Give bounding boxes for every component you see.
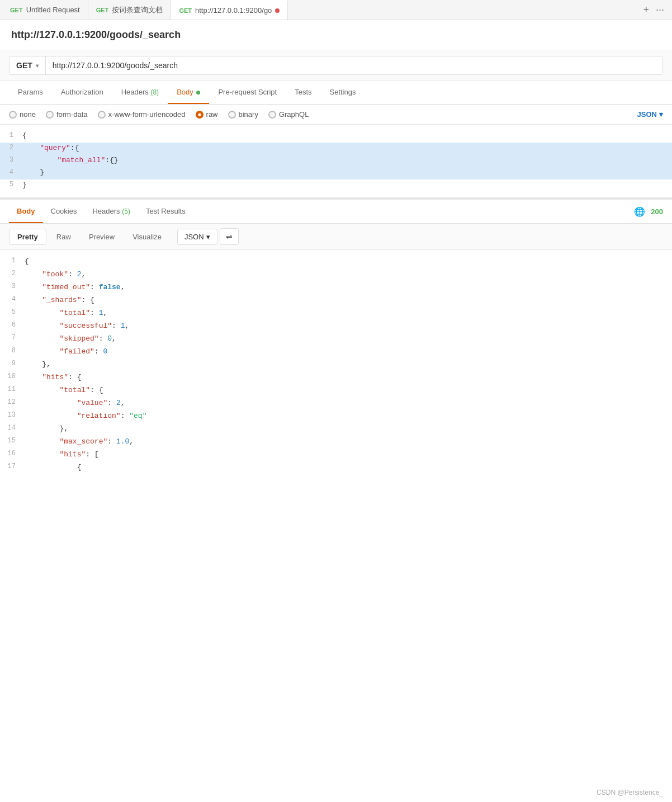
wrap-icon: ⇌ — [226, 232, 233, 241]
resp-tab-body[interactable]: Body — [9, 200, 43, 223]
add-tab-button[interactable]: + — [643, 4, 649, 16]
json-format-select[interactable]: JSON ▾ — [637, 110, 663, 119]
resp-line-11: 11 "total": { — [0, 384, 672, 397]
resp-line-17: 17 { — [0, 461, 672, 474]
tab-search-by-term[interactable]: GET 按词条查询文档 — [88, 0, 172, 20]
json-format-chevron-icon: ▾ — [659, 110, 663, 119]
resp-code-10: "hits": { — [25, 371, 672, 384]
resp-line-6: 6 "successful": 1, — [0, 320, 672, 333]
request-body-editor[interactable]: 1 { 2 "query":{ 3 "match_all":{} 4 } 5 } — [0, 125, 672, 198]
method-select[interactable]: GET ▾ — [9, 56, 45, 75]
auth-label: Authorization — [61, 88, 103, 96]
req-line-2: 2 "query":{ — [0, 143, 672, 155]
preview-label: Preview — [89, 233, 115, 241]
radio-graphql-icon — [268, 111, 276, 119]
headers-label: Headers — [121, 88, 149, 96]
body-type-row: none form-data x-www-form-urlencoded raw… — [0, 105, 672, 125]
resp-line-16: 16 "hits": [ — [0, 449, 672, 461]
resp-line-10: 10 "hits": { — [0, 371, 672, 384]
resp-line-1: 1{ — [0, 256, 672, 268]
format-preview[interactable]: Preview — [81, 229, 122, 244]
radio-formdata-icon — [46, 111, 54, 119]
tab-authorization[interactable]: Authorization — [52, 81, 112, 104]
resp-headers-badge: (5) — [122, 207, 130, 215]
req-linenum-1: 1 — [0, 130, 22, 141]
body-type-raw[interactable]: raw — [196, 110, 218, 119]
resp-linenum-14: 14 — [0, 423, 25, 436]
tab-active-request[interactable]: GET http://127.0.0.1:9200/go — [171, 0, 288, 20]
body-type-urlencoded-label: x-www-form-urlencoded — [108, 110, 186, 119]
resp-linenum-13: 13 — [0, 410, 25, 423]
format-raw[interactable]: Raw — [49, 229, 79, 244]
body-type-binary[interactable]: binary — [228, 110, 258, 119]
wrap-lines-button[interactable]: ⇌ — [220, 228, 239, 245]
req-line-3: 3 "match_all":{} — [0, 155, 672, 167]
req-code-4: } — [22, 167, 672, 179]
body-type-form-data[interactable]: form-data — [46, 110, 88, 119]
response-body: 1{2 "took": 2,3 "timed_out": false,4 "_s… — [0, 250, 672, 480]
resp-line-5: 5 "total": 1, — [0, 307, 672, 320]
resp-linenum-8: 8 — [0, 346, 25, 358]
resp-code-14: }, — [25, 423, 672, 436]
req-code-1: { — [22, 130, 672, 142]
resp-line-9: 9 }, — [0, 358, 672, 371]
resp-json-chevron-icon: ▾ — [206, 233, 210, 241]
req-line-4: 4 } — [0, 167, 672, 180]
resp-linenum-3: 3 — [0, 281, 25, 294]
body-type-formdata-label: form-data — [56, 110, 88, 119]
tab-untitled-request[interactable]: GET Untitled Request — [2, 0, 88, 20]
radio-binary-icon — [228, 111, 236, 119]
tests-label: Tests — [295, 88, 311, 96]
pretty-label: Pretty — [17, 233, 38, 241]
resp-line-3: 3 "timed_out": false, — [0, 281, 672, 294]
req-code-5: } — [22, 180, 672, 191]
radio-none-icon — [9, 111, 17, 119]
url-input[interactable] — [45, 56, 663, 75]
tab-label-1: Untitled Request — [26, 6, 80, 14]
resp-code-9: }, — [25, 358, 672, 371]
tab-settings[interactable]: Settings — [321, 81, 365, 104]
resp-linenum-4: 4 — [0, 294, 25, 307]
more-tabs-button[interactable]: ··· — [656, 4, 664, 16]
tab-label-2: 按词条查询文档 — [112, 5, 163, 15]
resp-code-7: "skipped": 0, — [25, 333, 672, 346]
tab-body[interactable]: Body — [168, 81, 209, 104]
body-type-none[interactable]: none — [9, 110, 36, 119]
format-pretty[interactable]: Pretty — [9, 229, 46, 245]
method-label: GET — [16, 61, 32, 70]
headers-badge: (8) — [150, 88, 159, 96]
resp-linenum-16: 16 — [0, 449, 25, 461]
format-visualize[interactable]: Visualize — [125, 229, 169, 244]
resp-code-13: "relation": "eq" — [25, 410, 672, 423]
request-title: http://127.0.0.1:9200/goods/_search — [11, 29, 181, 40]
tab-headers[interactable]: Headers (8) — [112, 81, 168, 104]
resp-code-5: "total": 1, — [25, 307, 672, 320]
tab-params[interactable]: Params — [9, 81, 52, 104]
body-type-graphql[interactable]: GraphQL — [268, 110, 309, 119]
resp-code-17: { — [25, 461, 672, 474]
resp-code-6: "successful": 1, — [25, 320, 672, 333]
resp-tab-headers[interactable]: Headers (5) — [84, 200, 138, 223]
resp-json-dropdown[interactable]: JSON ▾ — [177, 229, 217, 245]
req-code-2: "query":{ — [22, 143, 672, 154]
settings-label: Settings — [330, 88, 356, 96]
req-linenum-3: 3 — [0, 155, 22, 166]
body-type-urlencoded[interactable]: x-www-form-urlencoded — [98, 110, 186, 119]
response-format-bar: Pretty Raw Preview Visualize JSON ▾ ⇌ — [0, 224, 672, 250]
resp-body-label: Body — [17, 207, 35, 215]
resp-tab-test-results[interactable]: Test Results — [138, 200, 193, 223]
body-type-binary-label: binary — [239, 110, 258, 119]
visualize-label: Visualize — [132, 233, 162, 241]
tab-tests[interactable]: Tests — [286, 81, 320, 104]
resp-linenum-12: 12 — [0, 397, 25, 410]
resp-line-13: 13 "relation": "eq" — [0, 410, 672, 423]
resp-linenum-17: 17 — [0, 461, 25, 474]
tab-prerequest[interactable]: Pre-request Script — [209, 81, 286, 104]
resp-code-8: "failed": 0 — [25, 346, 672, 358]
tab-unsaved-dot — [275, 8, 280, 13]
resp-tab-cookies[interactable]: Cookies — [43, 200, 85, 223]
tab-method-2: GET — [96, 7, 109, 13]
body-type-raw-label: raw — [206, 110, 218, 119]
resp-code-2: "took": 2, — [25, 268, 672, 281]
resp-line-8: 8 "failed": 0 — [0, 346, 672, 358]
